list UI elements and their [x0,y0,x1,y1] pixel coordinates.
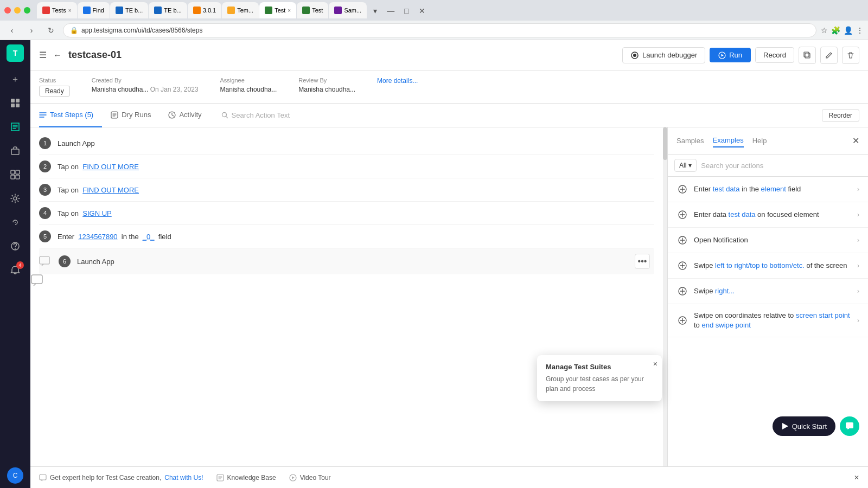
meta-assignee: Assignee Manisha choudha... [220,77,277,93]
chat-help-item[interactable]: Get expert help for Test Case creation, … [39,474,203,481]
browser-tab-3[interactable]: TE b... [110,2,148,18]
steps-list: 1 Launch App 2 Tap on FIND OUT MORE 3 [30,127,663,466]
action-item-6[interactable]: Swipe on coordinates relative to screen … [668,304,868,337]
sidebar-item-dashboard[interactable] [4,92,26,114]
address-bar[interactable]: 🔒 app.testsigma.com/ui/td/cases/8566/ste… [63,23,816,37]
scroll-thumb[interactable] [663,127,667,160]
tab-activity[interactable]: Activity [159,104,210,127]
chat-link[interactable]: Chat with Us! [164,474,203,481]
action-item-5[interactable]: Swipe right... › [668,279,868,304]
tabs-more-btn[interactable]: ▾ [367,3,382,18]
edit-button[interactable] [820,47,838,64]
back-icon[interactable]: ← [53,50,62,60]
browser-tab-9[interactable]: Sam... [329,2,367,18]
browser-tab-5[interactable]: 3.0.1 [188,2,221,18]
action-search-input[interactable] [701,162,861,170]
filter-row: All ▾ [668,155,868,177]
browser-tab-1[interactable]: Tests × [37,2,77,18]
step-5-link2[interactable]: _0_ [143,233,155,241]
sidebar-item-grid[interactable] [4,164,26,185]
meta-review-by: Review By Manisha choudha... [298,77,355,93]
tabs-minimize-btn[interactable]: — [383,3,398,18]
tabs-close-btn[interactable]: ✕ [414,3,430,18]
reorder-button[interactable]: Reorder [822,109,859,122]
step-row-3: 3 Tap on FIND OUT MORE [39,178,654,202]
chat-bubble-button[interactable] [840,416,859,436]
step-6-more-btn[interactable]: ••• [635,254,650,269]
forward-button[interactable]: › [24,23,39,38]
bottom-bar: Get expert help for Test Case creation, … [30,466,868,488]
back-button[interactable]: ‹ [4,23,20,38]
step-content-3: Tap on FIND OUT MORE [58,186,654,194]
action-plus-5[interactable] [676,285,688,297]
sidebar: T ＋ 4 C [0,40,30,488]
more-details-link[interactable]: More details... [377,77,418,85]
action-plus-3[interactable] [676,234,688,246]
tab-label-8: Test [312,7,323,14]
tab-examples[interactable]: Examples [713,134,744,147]
step-row-1: 1 Launch App [39,132,654,155]
copy-button[interactable] [799,47,816,64]
tab-samples[interactable]: Samples [676,134,704,147]
action-plus-2[interactable] [676,209,688,221]
run-button[interactable]: Run [710,48,751,62]
quick-start-button[interactable]: Quick Start [773,416,835,436]
action-item-1[interactable]: Enter test data in the element field › [668,177,868,202]
filter-select[interactable]: All ▾ [674,159,697,172]
action-item-open-notification[interactable]: Open Notification › [668,228,868,253]
tab-dry-runs[interactable]: Dry Runs [102,104,159,127]
action-item-2[interactable]: Enter data test data on focused element … [668,202,868,228]
sidebar-logo[interactable]: T [7,44,24,62]
sidebar-item-notifications[interactable]: 4 [4,259,26,281]
scroll-track[interactable] [663,127,667,466]
tooltip-close-btn[interactable]: × [653,359,658,368]
window-close-btn[interactable] [4,7,11,14]
launch-debugger-button[interactable]: Launch debugger [622,47,705,63]
browser-tab-2[interactable]: Find [78,2,110,18]
delete-button[interactable] [842,47,859,64]
step-3-link[interactable]: FIND OUT MORE [82,186,139,194]
action-plus-1[interactable] [676,183,688,195]
action-plus-6[interactable] [676,314,688,326]
chevron-down-icon: ▾ [688,162,692,169]
bookmark-icon[interactable]: ☆ [821,26,828,35]
sidebar-item-briefcase[interactable] [4,140,26,162]
window-maximize-btn[interactable] [24,7,30,14]
tab-close-1[interactable]: × [68,8,72,14]
step-4-link[interactable]: SIGN UP [82,209,111,217]
tab-icon-8 [302,7,310,14]
sidebar-item-testcases[interactable] [4,116,26,138]
tab-search[interactable]: Search Action Text [215,109,296,121]
reload-button[interactable]: ↻ [43,23,59,38]
steps-panel: 1 Launch App 2 Tap on FIND OUT MORE 3 [30,127,868,466]
sidebar-item-help[interactable] [4,235,26,257]
sidebar-item-add[interactable]: ＋ [4,68,26,90]
step-2-link[interactable]: FIND OUT MORE [82,163,139,171]
hamburger-icon[interactable]: ☰ [39,50,47,60]
browser-tab-8[interactable]: Test [297,2,328,18]
step-5-link1[interactable]: 1234567890 [78,233,117,241]
action-item-4[interactable]: Swipe left to right/top to bottom/etc. o… [668,253,868,279]
knowledge-base-item[interactable]: Knowledge Base [216,474,276,481]
sidebar-item-settings[interactable] [4,188,26,209]
tab-close-7[interactable]: × [288,8,291,14]
extensions-icon[interactable]: 🧩 [831,26,840,35]
sidebar-avatar[interactable]: C [7,467,23,484]
action-plus-4[interactable] [676,260,688,272]
browser-tab-4[interactable]: TE b... [149,2,187,18]
address-bar-row: ‹ › ↻ 🔒 app.testsigma.com/ui/td/cases/85… [0,21,868,40]
sidebar-item-addons[interactable] [4,211,26,233]
tab-help[interactable]: Help [752,134,767,147]
video-tour-item[interactable]: Video Tour [289,474,331,481]
menu-icon[interactable]: ⋮ [856,26,864,35]
panel-close-btn[interactable]: ✕ [852,136,859,146]
tab-test-steps[interactable]: Test Steps (5) [39,104,102,127]
browser-tab-6[interactable]: Tem... [222,2,259,18]
profile-icon[interactable]: 👤 [844,26,853,35]
chat-icon-left[interactable] [30,274,43,288]
tabs-maximize-btn[interactable]: □ [399,3,414,18]
browser-tab-7[interactable]: Test × [259,2,296,18]
bottom-bar-close[interactable]: ✕ [854,474,859,481]
window-minimize-btn[interactable] [14,7,21,14]
record-button[interactable]: Record [755,47,794,63]
